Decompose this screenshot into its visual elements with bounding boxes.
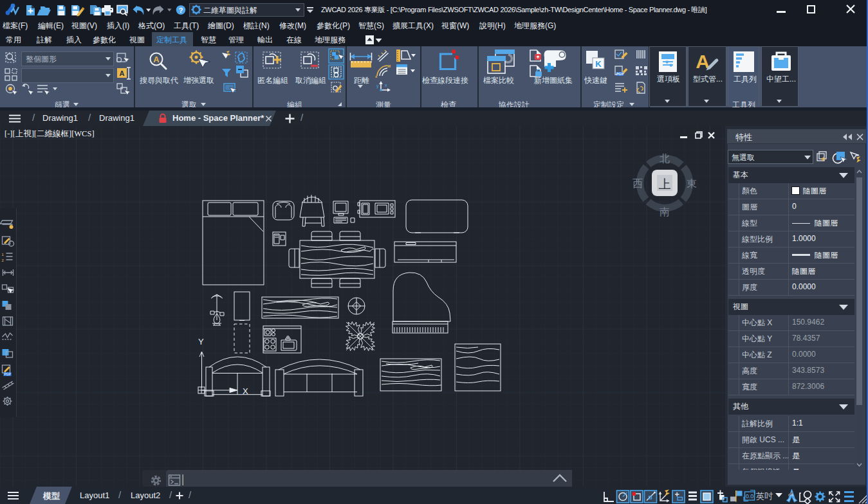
svg-text:南: 南 <box>660 206 670 217</box>
svg-text:Y: Y <box>198 337 204 346</box>
svg-text:0.0: 0.0 <box>746 493 754 500</box>
svg-text:北: 北 <box>660 153 670 164</box>
svg-text:A: A <box>120 69 125 77</box>
svg-text:K: K <box>595 59 602 69</box>
svg-text:西: 西 <box>633 178 643 189</box>
svg-text:[-][上視][二維線框][WCS]: [-][上視][二維線框][WCS] <box>5 129 95 138</box>
svg-text:A: A <box>153 55 160 64</box>
svg-text:x: x <box>385 83 387 87</box>
svg-text:y: y <box>376 84 379 89</box>
svg-text:PGP: PGP <box>616 72 624 76</box>
svg-text:PGP: PGP <box>4 372 11 376</box>
svg-text:上: 上 <box>659 177 671 191</box>
svg-text:?: ? <box>179 6 183 14</box>
svg-text:M: M <box>387 64 391 68</box>
svg-text:東: 東 <box>687 178 697 189</box>
